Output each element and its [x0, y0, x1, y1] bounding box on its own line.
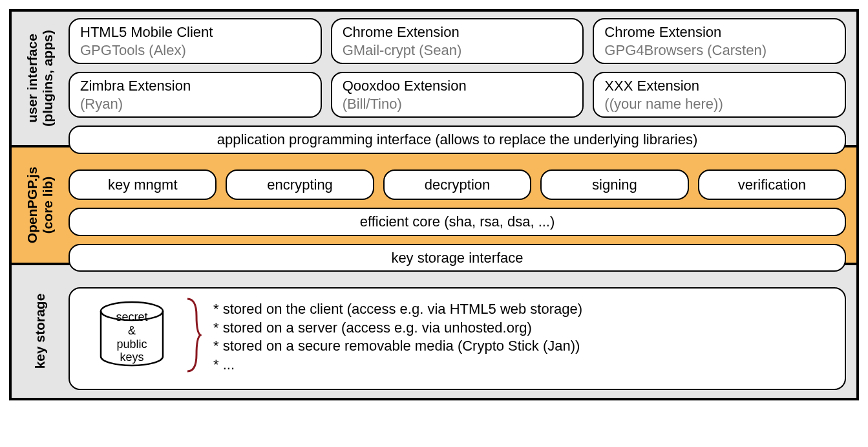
box-sub: (Bill/Tino) — [343, 95, 573, 113]
core-ops-row: key mngmt encrypting decryption signing … — [69, 169, 846, 201]
keystorage-bullets: stored on the client (access e.g. via HT… — [213, 300, 582, 374]
op-verification: verification — [698, 169, 846, 201]
box-sub: (Ryan) — [80, 95, 310, 113]
core-bar: efficient core (sha, rsa, dsa, ...) — [69, 208, 846, 236]
database-icon: secret & public keys — [93, 300, 171, 375]
ui-box-gmailcrypt: Chrome Extension GMail-crypt (Sean) — [331, 18, 584, 64]
ui-box-zimbra: Zimbra Extension (Ryan) — [69, 72, 322, 118]
box-sub: GPGTools (Alex) — [80, 41, 310, 60]
api-bar: application programming interface (allow… — [69, 125, 846, 154]
layer-core-label-line2: (core lib) — [40, 176, 55, 234]
layer-core-label-line1: OpenPGP.js — [25, 166, 39, 243]
layer-ui-label-line2: (plugins, apps) — [40, 30, 55, 126]
bullet-item: ... — [213, 356, 582, 375]
brace-icon — [182, 296, 202, 378]
ui-box-qooxdoo: Qooxdoo Extension (Bill/Tino) — [331, 72, 584, 118]
bullet-item: stored on the client (access e.g. via HT… — [213, 300, 582, 319]
op-signing: signing — [540, 169, 688, 201]
box-sub: GMail-crypt (Sean) — [343, 41, 573, 60]
box-sub: GPG4Browsers (Carsten) — [604, 41, 834, 60]
layer-ui-label-line1: user interface — [25, 34, 39, 123]
layer-keystorage: key storage secret & public — [12, 263, 856, 398]
ui-box-html5: HTML5 Mobile Client GPGTools (Alex) — [69, 18, 322, 64]
box-title: Chrome Extension — [604, 23, 834, 41]
layer-keystorage-label-text: key storage — [32, 294, 47, 369]
ui-box-xxx: XXX Extension ((your name here)) — [593, 72, 846, 118]
op-keymgmt: key mngmt — [69, 169, 217, 201]
db-line3: keys — [120, 351, 143, 364]
layer-keystorage-label: key storage — [12, 265, 69, 398]
bullet-item: stored on a secure removable media (Cryp… — [213, 337, 582, 356]
keystorage-interface-bar: key storage interface — [69, 244, 846, 272]
op-decryption: decryption — [383, 169, 531, 201]
box-title: Qooxdoo Extension — [343, 77, 573, 95]
layer-ui-label: user interface (plugins, apps) — [12, 12, 69, 145]
op-encrypting: encrypting — [226, 169, 374, 201]
box-sub: ((your name here)) — [604, 95, 834, 113]
ui-row-2: Zimbra Extension (Ryan) Qooxdoo Extensio… — [69, 72, 846, 118]
box-title: Chrome Extension — [343, 23, 573, 41]
db-line2: public — [116, 337, 147, 350]
bullet-item: stored on a server (access e.g. via unho… — [213, 319, 582, 338]
box-title: XXX Extension — [604, 77, 834, 95]
layer-core-label: OpenPGP.js (core lib) — [12, 147, 69, 263]
layer-core: OpenPGP.js (core lib) key mngmt encrypti… — [12, 145, 856, 263]
layer-ui: user interface (plugins, apps) HTML5 Mob… — [12, 12, 856, 145]
keystorage-box: secret & public keys stored on the clien… — [69, 287, 846, 390]
architecture-diagram: user interface (plugins, apps) HTML5 Mob… — [9, 9, 859, 400]
ui-box-gpg4browsers: Chrome Extension GPG4Browsers (Carsten) — [593, 18, 846, 64]
ui-row-1: HTML5 Mobile Client GPGTools (Alex) Chro… — [69, 18, 846, 64]
box-title: Zimbra Extension — [80, 77, 310, 95]
db-line1: secret & — [116, 311, 147, 337]
box-title: HTML5 Mobile Client — [80, 23, 310, 41]
